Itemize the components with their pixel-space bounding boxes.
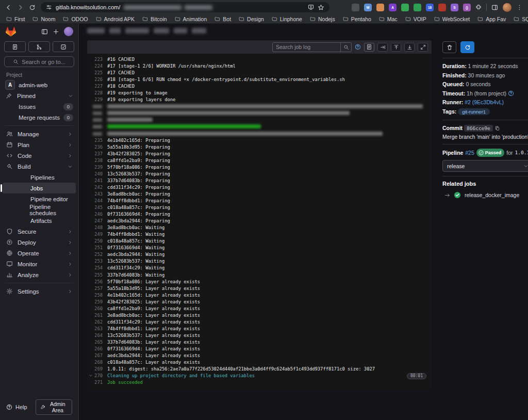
- pipeline-status-badge[interactable]: Passed: [476, 149, 505, 157]
- todo-shortcut-button[interactable]: [53, 41, 74, 52]
- log-line-number[interactable]: 240: [87, 171, 103, 177]
- log-line-number[interactable]: 248: [87, 224, 103, 231]
- log-line-number[interactable]: 262: [87, 319, 103, 326]
- bookmark-item[interactable]: Nodejs: [310, 16, 335, 22]
- sidebar-nav-item[interactable]: Pipeline schedules: [3, 204, 76, 215]
- log-line-number[interactable]: 223: [87, 56, 103, 63]
- bookmark-item[interactable]: Android APK: [96, 16, 135, 22]
- bookmark-item[interactable]: Design: [239, 16, 264, 22]
- erase-log-button[interactable]: [442, 41, 456, 53]
- extension-icon[interactable]: [376, 4, 384, 11]
- log-line-number[interactable]: 245: [87, 204, 103, 211]
- sidebar-nav-item[interactable]: Plan: [3, 139, 76, 150]
- log-line-number[interactable]: 252: [87, 251, 103, 258]
- job-log-search-input[interactable]: [273, 44, 340, 50]
- merge-requests-shortcut-button[interactable]: [28, 41, 50, 52]
- related-job-item[interactable]: release_docker_image: [442, 191, 528, 199]
- extension-icon[interactable]: [352, 4, 359, 11]
- log-line-number[interactable]: 251: [87, 245, 103, 251]
- copy-commit-sha-icon[interactable]: [494, 125, 500, 131]
- collapse-sidebar-icon[interactable]: [41, 28, 48, 35]
- log-line-number[interactable]: 271: [87, 379, 103, 386]
- extension-icon[interactable]: S: [451, 4, 458, 11]
- user-avatar[interactable]: [64, 27, 73, 36]
- log-line-number[interactable]: 235: [87, 137, 103, 144]
- bookmark-item[interactable]: Bitcoin: [142, 16, 167, 22]
- bookmark-item[interactable]: VOIP: [405, 16, 426, 22]
- sidebar-nav-item[interactable]: Code: [3, 150, 76, 161]
- extension-icon[interactable]: W: [364, 4, 372, 11]
- extension-icon[interactable]: [438, 4, 446, 11]
- log-line-number[interactable]: 237: [87, 151, 103, 157]
- project-item[interactable]: A admin-web: [0, 79, 78, 90]
- log-line-number[interactable]: 259: [87, 299, 103, 305]
- log-line-number[interactable]: 247: [87, 218, 103, 224]
- sidebar-nav-item[interactable]: Monitor: [3, 259, 76, 269]
- sidebar-item-issues[interactable]: Issues 0: [0, 101, 78, 112]
- issues-shortcut-button[interactable]: [4, 41, 26, 52]
- log-line-number[interactable]: 264: [87, 332, 103, 339]
- bookmark-item[interactable]: Bot: [214, 16, 231, 22]
- raw-log-button[interactable]: [364, 43, 374, 52]
- browser-profile-avatar[interactable]: [503, 3, 512, 12]
- log-line-number[interactable]: 224: [87, 63, 103, 70]
- extension-icon[interactable]: [401, 4, 409, 11]
- bookmark-item[interactable]: App Fav: [477, 16, 506, 22]
- commit-sha-link[interactable]: 866cce9e: [464, 125, 493, 132]
- bookmark-item[interactable]: First: [6, 16, 25, 22]
- runner-link[interactable]: #2 (9Ec3Db4vL): [465, 99, 504, 105]
- sidebar-nav-item[interactable]: Pipeline editor: [3, 193, 76, 204]
- extensions-puzzle-icon[interactable]: [475, 4, 482, 10]
- sidebar-nav-item[interactable]: Build: [3, 161, 76, 172]
- back-icon[interactable]: [5, 4, 12, 11]
- log-line-number[interactable]: 265: [87, 339, 103, 346]
- bookmark-item[interactable]: Linphone: [272, 16, 302, 22]
- stage-dropdown[interactable]: release: [442, 160, 528, 172]
- log-line-number[interactable]: 260: [87, 305, 103, 312]
- gitlab-logo[interactable]: [5, 26, 16, 37]
- log-line-number[interactable]: 246: [87, 211, 103, 218]
- log-line-number[interactable]: 267: [87, 352, 103, 359]
- sidebar-nav-item[interactable]: Analyze: [3, 269, 76, 280]
- log-line-number[interactable]: 261: [87, 312, 103, 319]
- log-line-number[interactable]: 255: [87, 272, 103, 279]
- scroll-top-button[interactable]: [391, 43, 401, 52]
- log-line-number[interactable]: 254: [87, 265, 103, 271]
- extension-icon[interactable]: 18: [426, 4, 434, 11]
- log-line-number[interactable]: 266: [87, 346, 103, 352]
- sidebar-nav-item[interactable]: Artifacts: [3, 215, 76, 226]
- pinned-section[interactable]: Pinned: [0, 90, 78, 101]
- sidebar-nav-item[interactable]: Manage: [3, 128, 76, 139]
- admin-area-button[interactable]: Admin Area: [36, 399, 72, 415]
- log-line-number[interactable]: 250: [87, 238, 103, 245]
- sidebar-nav-item[interactable]: Deploy: [3, 237, 76, 248]
- sidebar-item-merge-requests[interactable]: Merge requests 0: [0, 112, 78, 123]
- search-help-icon[interactable]: [355, 44, 361, 50]
- create-new-icon[interactable]: [53, 28, 59, 35]
- log-line-number[interactable]: 270: [87, 373, 103, 379]
- sidebar-nav-item[interactable]: Pipelines: [3, 172, 76, 183]
- side-panel-icon[interactable]: [491, 4, 498, 11]
- log-line-number[interactable]: 263: [87, 326, 103, 332]
- log-line-number[interactable]: 241: [87, 177, 103, 184]
- reload-icon[interactable]: [29, 4, 36, 11]
- extension-icon[interactable]: (): [463, 4, 471, 11]
- browser-menu-icon[interactable]: [516, 4, 523, 11]
- sidebar-nav-item[interactable]: Secure: [3, 226, 76, 237]
- sidebar-nav-item[interactable]: Settings: [3, 286, 76, 297]
- log-line-number[interactable]: 256: [87, 279, 103, 285]
- install-icon[interactable]: [308, 4, 314, 10]
- log-line-number[interactable]: 236: [87, 144, 103, 151]
- timeout-help-icon[interactable]: [508, 90, 514, 96]
- log-line-number[interactable]: 238: [87, 157, 103, 164]
- fullscreen-button[interactable]: [418, 43, 428, 52]
- search-icon[interactable]: [340, 43, 351, 52]
- log-line-number[interactable]: 257: [87, 285, 103, 292]
- bookmark-item[interactable]: WebSocket: [434, 16, 470, 22]
- bookmark-item[interactable]: ODOO: [63, 16, 88, 22]
- log-line-number[interactable]: 268: [87, 359, 103, 366]
- forward-icon[interactable]: [17, 4, 24, 11]
- log-line-number[interactable]: 253: [87, 258, 103, 265]
- scroll-bottom-button[interactable]: [404, 43, 415, 52]
- log-line-number[interactable]: 249: [87, 231, 103, 238]
